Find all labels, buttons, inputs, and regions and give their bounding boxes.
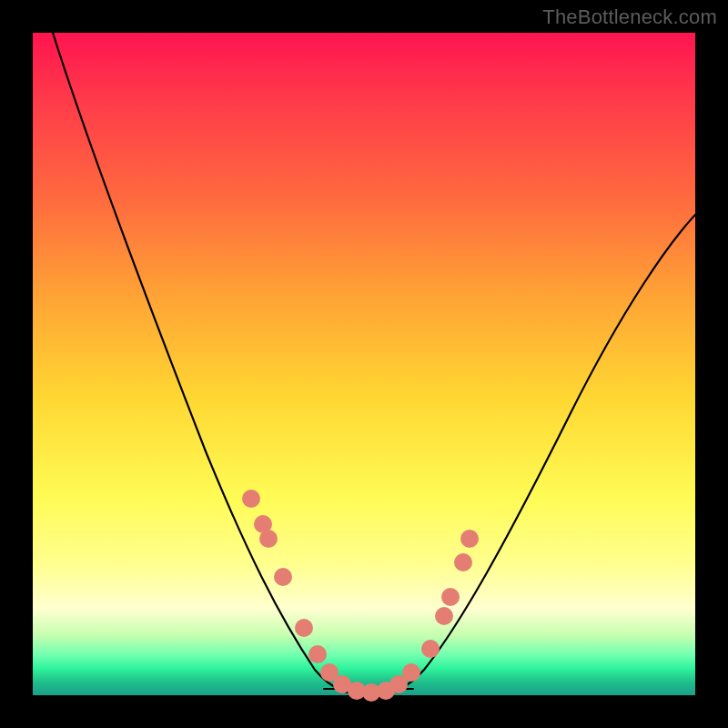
watermark-credit: TheBottleneck.com: [542, 5, 717, 29]
bottleneck-curve: [53, 33, 695, 695]
svg-point-13: [421, 640, 440, 658]
svg-point-12: [402, 663, 420, 682]
svg-point-14: [435, 607, 453, 625]
svg-point-0: [242, 490, 260, 508]
svg-point-5: [308, 645, 327, 663]
svg-point-16: [454, 553, 472, 571]
svg-point-4: [295, 619, 313, 637]
svg-point-2: [259, 530, 278, 548]
marker-dots: [242, 490, 479, 702]
svg-point-15: [441, 588, 460, 606]
svg-point-17: [460, 530, 479, 548]
outer-frame: TheBottleneck.com: [0, 0, 728, 728]
svg-point-3: [274, 568, 292, 586]
chart-svg: [33, 33, 695, 695]
plot-area: [33, 33, 695, 695]
